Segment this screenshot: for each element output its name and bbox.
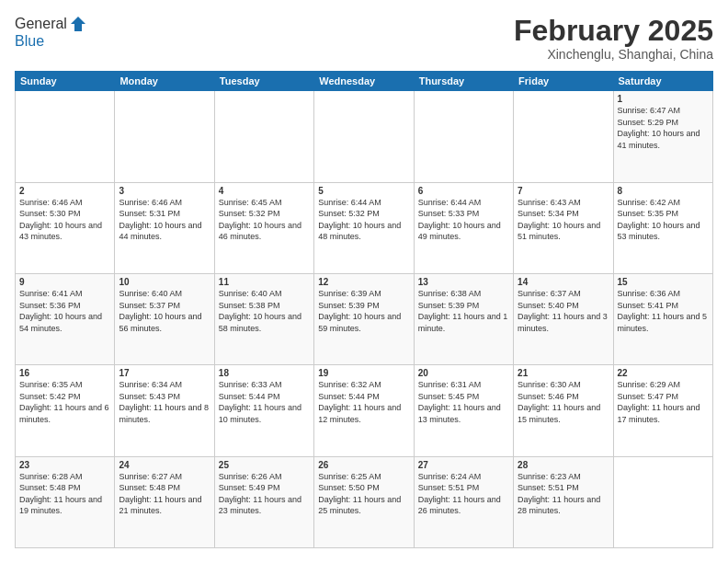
day-number: 6 [418,186,509,196]
calendar-row: 16Sunrise: 6:35 AM Sunset: 5:42 PM Dayli… [16,365,713,456]
logo-icon [69,15,87,33]
day-info: Sunrise: 6:39 AM Sunset: 5:39 PM Dayligh… [318,288,409,334]
empty-cell [613,456,712,547]
day-number: 3 [119,186,210,196]
day-info: Sunrise: 6:46 AM Sunset: 5:30 PM Dayligh… [19,197,110,243]
day-number: 8 [618,186,709,196]
day-number: 26 [318,460,409,470]
calendar-day-cell: 14Sunrise: 6:37 AM Sunset: 5:40 PM Dayli… [514,273,613,364]
calendar-day-cell: 8Sunrise: 6:42 AM Sunset: 5:35 PM Daylig… [613,182,712,273]
weekday-header: Monday [115,72,214,91]
day-info: Sunrise: 6:36 AM Sunset: 5:41 PM Dayligh… [618,288,709,334]
weekday-header-row: SundayMondayTuesdayWednesdayThursdayFrid… [16,72,713,91]
calendar-day-cell: 15Sunrise: 6:36 AM Sunset: 5:41 PM Dayli… [613,273,712,364]
calendar-day-cell: 2Sunrise: 6:46 AM Sunset: 5:30 PM Daylig… [16,182,115,273]
day-info: Sunrise: 6:37 AM Sunset: 5:40 PM Dayligh… [518,288,609,334]
day-number: 22 [618,368,709,378]
calendar-day-cell: 21Sunrise: 6:30 AM Sunset: 5:46 PM Dayli… [514,365,613,456]
calendar-day-cell: 26Sunrise: 6:25 AM Sunset: 5:50 PM Dayli… [314,456,414,547]
day-info: Sunrise: 6:47 AM Sunset: 5:29 PM Dayligh… [618,105,709,151]
calendar-day-cell: 24Sunrise: 6:27 AM Sunset: 5:48 PM Dayli… [115,456,214,547]
weekday-header: Thursday [414,72,513,91]
day-info: Sunrise: 6:33 AM Sunset: 5:44 PM Dayligh… [219,379,310,425]
day-number: 9 [19,277,110,287]
page: General Blue February 2025 Xinchenglu, S… [0,0,728,563]
calendar-day-cell: 6Sunrise: 6:44 AM Sunset: 5:33 PM Daylig… [414,182,513,273]
day-number: 17 [119,368,210,378]
day-number: 25 [219,460,310,470]
day-number: 28 [518,460,609,470]
title-block: February 2025 Xinchenglu, Shanghai, Chin… [514,15,713,62]
empty-cell [214,91,313,182]
weekday-header: Sunday [16,72,115,91]
calendar-day-cell: 13Sunrise: 6:38 AM Sunset: 5:39 PM Dayli… [414,273,513,364]
calendar-table: SundayMondayTuesdayWednesdayThursdayFrid… [15,71,713,548]
weekday-header: Friday [514,72,613,91]
calendar-row: 2Sunrise: 6:46 AM Sunset: 5:30 PM Daylig… [16,182,713,273]
calendar-day-cell: 22Sunrise: 6:29 AM Sunset: 5:47 PM Dayli… [613,365,712,456]
logo: General Blue [15,15,87,50]
calendar-day-cell: 10Sunrise: 6:40 AM Sunset: 5:37 PM Dayli… [115,273,214,364]
calendar-row: 1Sunrise: 6:47 AM Sunset: 5:29 PM Daylig… [16,91,713,182]
day-number: 24 [119,460,210,470]
calendar-day-cell: 16Sunrise: 6:35 AM Sunset: 5:42 PM Dayli… [16,365,115,456]
svg-marker-0 [71,17,85,31]
day-info: Sunrise: 6:26 AM Sunset: 5:49 PM Dayligh… [219,471,310,517]
day-info: Sunrise: 6:42 AM Sunset: 5:35 PM Dayligh… [618,197,709,243]
day-info: Sunrise: 6:44 AM Sunset: 5:33 PM Dayligh… [418,197,509,243]
day-number: 12 [318,277,409,287]
weekday-header: Saturday [613,72,712,91]
day-info: Sunrise: 6:31 AM Sunset: 5:45 PM Dayligh… [418,379,509,425]
day-info: Sunrise: 6:27 AM Sunset: 5:48 PM Dayligh… [119,471,210,517]
calendar-day-cell: 27Sunrise: 6:24 AM Sunset: 5:51 PM Dayli… [414,456,513,547]
day-info: Sunrise: 6:41 AM Sunset: 5:36 PM Dayligh… [19,288,110,334]
day-info: Sunrise: 6:46 AM Sunset: 5:31 PM Dayligh… [119,197,210,243]
day-info: Sunrise: 6:24 AM Sunset: 5:51 PM Dayligh… [418,471,509,517]
day-info: Sunrise: 6:40 AM Sunset: 5:38 PM Dayligh… [219,288,310,334]
day-info: Sunrise: 6:43 AM Sunset: 5:34 PM Dayligh… [518,197,609,243]
calendar-day-cell: 11Sunrise: 6:40 AM Sunset: 5:38 PM Dayli… [214,273,313,364]
calendar-day-cell: 9Sunrise: 6:41 AM Sunset: 5:36 PM Daylig… [16,273,115,364]
day-number: 4 [219,186,310,196]
empty-cell [314,91,414,182]
day-number: 11 [219,277,310,287]
day-number: 7 [518,186,609,196]
empty-cell [514,91,613,182]
day-info: Sunrise: 6:34 AM Sunset: 5:43 PM Dayligh… [119,379,210,425]
calendar-row: 23Sunrise: 6:28 AM Sunset: 5:48 PM Dayli… [16,456,713,547]
empty-cell [115,91,214,182]
day-number: 14 [518,277,609,287]
calendar-day-cell: 19Sunrise: 6:32 AM Sunset: 5:44 PM Dayli… [314,365,414,456]
calendar-day-cell: 20Sunrise: 6:31 AM Sunset: 5:45 PM Dayli… [414,365,513,456]
day-number: 16 [19,368,110,378]
day-number: 23 [19,460,110,470]
month-title: February 2025 [514,15,713,47]
day-info: Sunrise: 6:35 AM Sunset: 5:42 PM Dayligh… [19,379,110,425]
day-info: Sunrise: 6:38 AM Sunset: 5:39 PM Dayligh… [418,288,509,334]
day-number: 19 [318,368,409,378]
day-info: Sunrise: 6:28 AM Sunset: 5:48 PM Dayligh… [19,471,110,517]
empty-cell [414,91,513,182]
location: Xinchenglu, Shanghai, China [514,47,713,62]
logo-blue-text: Blue [15,33,87,50]
calendar-day-cell: 23Sunrise: 6:28 AM Sunset: 5:48 PM Dayli… [16,456,115,547]
calendar-day-cell: 5Sunrise: 6:44 AM Sunset: 5:32 PM Daylig… [314,182,414,273]
day-info: Sunrise: 6:40 AM Sunset: 5:37 PM Dayligh… [119,288,210,334]
weekday-header: Tuesday [214,72,313,91]
day-number: 13 [418,277,509,287]
day-number: 27 [418,460,509,470]
calendar-day-cell: 7Sunrise: 6:43 AM Sunset: 5:34 PM Daylig… [514,182,613,273]
day-info: Sunrise: 6:29 AM Sunset: 5:47 PM Dayligh… [618,379,709,425]
weekday-header: Wednesday [314,72,414,91]
day-number: 1 [618,94,709,104]
day-info: Sunrise: 6:32 AM Sunset: 5:44 PM Dayligh… [318,379,409,425]
day-number: 2 [19,186,110,196]
empty-cell [16,91,115,182]
day-info: Sunrise: 6:45 AM Sunset: 5:32 PM Dayligh… [219,197,310,243]
day-info: Sunrise: 6:30 AM Sunset: 5:46 PM Dayligh… [518,379,609,425]
calendar-day-cell: 3Sunrise: 6:46 AM Sunset: 5:31 PM Daylig… [115,182,214,273]
day-info: Sunrise: 6:44 AM Sunset: 5:32 PM Dayligh… [318,197,409,243]
day-number: 10 [119,277,210,287]
calendar-day-cell: 18Sunrise: 6:33 AM Sunset: 5:44 PM Dayli… [214,365,313,456]
day-number: 15 [618,277,709,287]
